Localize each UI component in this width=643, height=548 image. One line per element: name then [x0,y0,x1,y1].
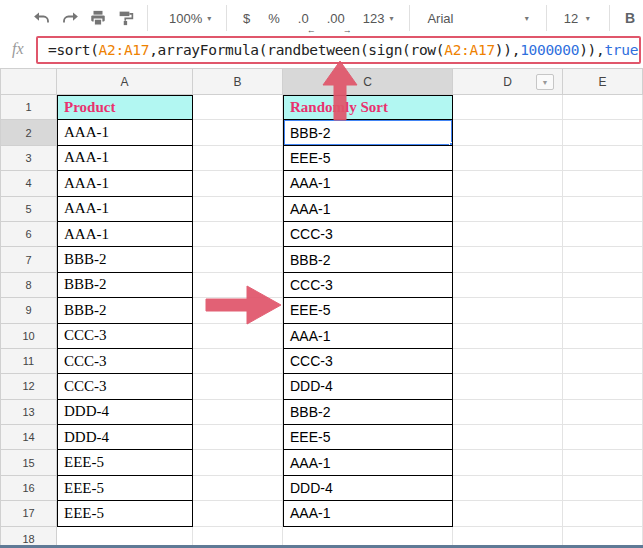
column-header-e[interactable]: E [563,68,643,95]
row-header-3[interactable]: 3 [0,146,57,171]
cell-D7[interactable] [453,247,563,272]
cell-D16[interactable] [453,476,563,501]
cell-C9[interactable]: EEE-5 [283,298,453,323]
cell-A9[interactable]: BBB-2 [57,298,193,323]
cell-B12[interactable] [193,374,283,399]
cell-B15[interactable] [193,450,283,475]
cell-C4[interactable]: AAA-1 [283,171,453,196]
row-header-2[interactable]: 2 [0,120,57,145]
zoom-select[interactable]: 100% ▾ [161,5,219,31]
cell-A3[interactable]: AAA-1 [57,146,193,171]
cell-A6[interactable]: AAA-1 [57,222,193,247]
cell-C11[interactable]: CCC-3 [283,349,453,374]
cell-C3[interactable]: EEE-5 [283,146,453,171]
cell-D13[interactable] [453,400,563,425]
cell-A13[interactable]: DDD-4 [57,400,193,425]
cell-E10[interactable] [563,324,643,349]
cell-C1[interactable]: Randomly Sort [283,95,453,120]
cell-C13[interactable]: BBB-2 [283,400,453,425]
column-header-d[interactable]: D▼ [453,68,563,95]
cell-E1[interactable] [563,95,643,120]
cell-D15[interactable] [453,450,563,475]
paint-format-button[interactable] [112,5,140,31]
row-header-13[interactable]: 13 [0,400,57,425]
redo-button[interactable] [56,5,84,31]
cell-A1[interactable]: Product [57,95,193,120]
cell-D17[interactable] [453,501,563,526]
cell-E15[interactable] [563,450,643,475]
cell-B1[interactable] [193,95,283,120]
cell-D2[interactable] [453,120,563,145]
cell-E16[interactable] [563,476,643,501]
cell-C15[interactable]: AAA-1 [283,450,453,475]
cell-B16[interactable] [193,476,283,501]
cell-B11[interactable] [193,349,283,374]
cell-E13[interactable] [563,400,643,425]
cell-E7[interactable] [563,247,643,272]
percent-format-button[interactable]: % [259,5,289,31]
cell-C14[interactable]: EEE-5 [283,425,453,450]
cell-E11[interactable] [563,349,643,374]
cell-D12[interactable] [453,374,563,399]
row-header-4[interactable]: 4 [0,171,57,196]
cell-A8[interactable]: BBB-2 [57,273,193,298]
cell-D8[interactable] [453,273,563,298]
column-dropdown-button[interactable]: ▼ [536,74,554,90]
row-header-12[interactable]: 12 [0,374,57,399]
cell-C16[interactable]: DDD-4 [283,476,453,501]
cell-C2[interactable]: BBB-2 [283,120,453,145]
cell-A4[interactable]: AAA-1 [57,171,193,196]
cell-A5[interactable]: AAA-1 [57,197,193,222]
more-formats-button[interactable]: 123 ▾ [354,5,403,31]
cell-D14[interactable] [453,425,563,450]
cell-E2[interactable] [563,120,643,145]
print-button[interactable] [84,5,112,31]
cell-C8[interactable]: CCC-3 [283,273,453,298]
cell-E8[interactable] [563,273,643,298]
font-size-select[interactable]: 12 ▾ [554,5,600,31]
column-header-c[interactable]: C [283,68,453,95]
cell-D5[interactable] [453,197,563,222]
cell-A12[interactable]: CCC-3 [57,374,193,399]
cell-B14[interactable] [193,425,283,450]
cell-B17[interactable] [193,501,283,526]
formula-input[interactable]: =sort(A2:A17,arrayFormula(randbetween(si… [36,36,641,64]
row-header-1[interactable]: 1 [0,95,57,120]
cell-B4[interactable] [193,171,283,196]
cell-C12[interactable]: DDD-4 [283,374,453,399]
row-header-14[interactable]: 14 [0,425,57,450]
cell-C7[interactable]: BBB-2 [283,247,453,272]
cell-A16[interactable]: EEE-5 [57,476,193,501]
row-header-8[interactable]: 8 [0,273,57,298]
cell-A11[interactable]: CCC-3 [57,349,193,374]
cell-B9[interactable] [193,298,283,323]
cell-B7[interactable] [193,247,283,272]
column-header-a[interactable]: A [57,68,193,95]
row-header-16[interactable]: 16 [0,476,57,501]
cell-C17[interactable]: AAA-1 [283,501,453,526]
row-header-6[interactable]: 6 [0,222,57,247]
row-header-10[interactable]: 10 [0,324,57,349]
cell-D9[interactable] [453,298,563,323]
cell-B10[interactable] [193,324,283,349]
cell-E6[interactable] [563,222,643,247]
cell-E4[interactable] [563,171,643,196]
row-header-5[interactable]: 5 [0,197,57,222]
font-family-select[interactable]: Arial ▾ [417,5,538,31]
cell-B2[interactable] [193,120,283,145]
cell-E3[interactable] [563,146,643,171]
cell-B5[interactable] [193,197,283,222]
select-all-corner[interactable] [0,68,57,95]
cell-A7[interactable]: BBB-2 [57,247,193,272]
cell-D6[interactable] [453,222,563,247]
undo-button[interactable] [28,5,56,31]
cell-C6[interactable]: CCC-3 [283,222,453,247]
cell-E14[interactable] [563,425,643,450]
cell-A14[interactable]: DDD-4 [57,425,193,450]
cell-A10[interactable]: CCC-3 [57,324,193,349]
column-header-b[interactable]: B [193,68,283,95]
cell-B6[interactable] [193,222,283,247]
decrease-decimal-button[interactable]: .0 ← [289,5,318,31]
cell-B3[interactable] [193,146,283,171]
row-header-9[interactable]: 9 [0,298,57,323]
